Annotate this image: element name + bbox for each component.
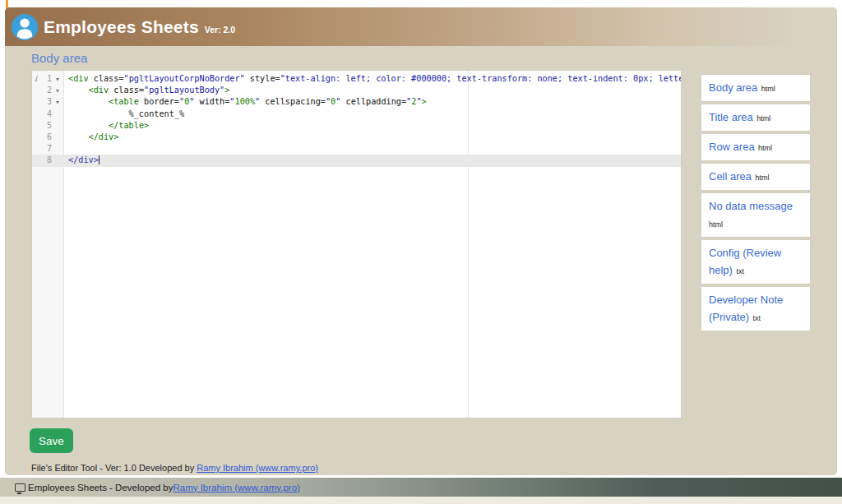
file-type-badge: txt — [753, 314, 761, 322]
fold-arrow-icon[interactable]: ▾ — [52, 96, 63, 108]
line-number: 1 — [39, 73, 52, 85]
code-text: <div class="pgltLayoutBody"> — [63, 85, 681, 96]
file-link[interactable]: Body area — [709, 81, 757, 94]
code-line-3[interactable]: 3▾ <table border="0" width="100%" cellsp… — [32, 96, 681, 108]
file-type-badge: html — [758, 144, 772, 152]
code-line-4[interactable]: 4 %_content_% — [32, 109, 681, 120]
file-type-badge: html — [755, 173, 769, 182]
fold-arrow-icon[interactable]: ▾ — [52, 73, 63, 85]
line-number: 2 — [39, 85, 52, 96]
bottom-bar-text: Employees Sheets - Developed by — [28, 483, 173, 492]
gutter-spacer — [32, 132, 39, 143]
file-list: Body area htmlTitle area htmlRow area ht… — [701, 74, 811, 333]
app-version: Ver: 2.0 — [205, 25, 235, 35]
gutter-spacer — [32, 109, 39, 120]
code-text: </table> — [63, 120, 681, 132]
fold-spacer — [52, 143, 63, 155]
fold-spacer — [52, 109, 63, 120]
code-text: <table border="0" width="100%" cellspaci… — [63, 96, 681, 108]
code-text: <div class="pgltLayoutCorpNoBorder" styl… — [63, 73, 682, 85]
text-cursor — [99, 155, 100, 164]
gutter-spacer — [32, 96, 39, 108]
code-line-8[interactable]: 8</div> — [32, 155, 681, 166]
file-item-no-data-message[interactable]: No data message html — [701, 192, 811, 238]
file-item-cell-area[interactable]: Cell area html — [701, 163, 811, 191]
file-link[interactable]: Cell area — [709, 170, 752, 183]
gutter-spacer — [32, 143, 39, 155]
file-type-badge: html — [709, 220, 723, 229]
file-item-config-review-help[interactable]: Config (Review help) txt — [701, 239, 811, 284]
fold-arrow-icon[interactable]: ▾ — [52, 85, 63, 96]
app-header: Employees Sheets Ver: 2.0 — [5, 7, 837, 46]
editor-file-label: Body area — [31, 51, 87, 65]
file-item-title-area[interactable]: Title area html — [701, 104, 811, 132]
app-window: Employees Sheets Ver: 2.0 Body area i1▾<… — [0, 0, 842, 504]
code-line-7[interactable]: 7 — [32, 143, 681, 155]
bottom-strip — [0, 497, 842, 504]
line-number: 5 — [39, 120, 52, 132]
code-line-6[interactable]: 6 </div> — [32, 132, 681, 143]
file-type-badge: html — [761, 85, 775, 93]
save-button[interactable]: Save — [30, 428, 73, 453]
code-lines: i1▾<div class="pgltLayoutCorpNoBorder" s… — [32, 71, 681, 167]
line-number: 6 — [39, 132, 52, 143]
tool-footer-text: File's Editor Tool - Ver: 1.0 Developed … — [31, 463, 197, 473]
line-number: 7 — [39, 143, 52, 155]
file-item-row-area[interactable]: Row area html — [701, 133, 811, 161]
fold-spacer — [52, 132, 63, 143]
file-link[interactable]: Config (Review help) — [709, 247, 781, 276]
file-type-badge: html — [756, 114, 770, 123]
line-number: 3 — [39, 96, 52, 108]
file-link[interactable]: Title area — [709, 111, 753, 123]
tool-footer-link[interactable]: Ramy Ibrahim (www.ramy.pro) — [197, 463, 318, 473]
code-text: %_content_% — [63, 109, 681, 120]
gutter-spacer — [32, 155, 39, 166]
user-avatar-icon — [12, 14, 38, 40]
file-link[interactable]: No data message — [709, 200, 793, 212]
tool-footer: File's Editor Tool - Ver: 1.0 Developed … — [31, 463, 318, 473]
code-text: </div> — [63, 132, 681, 143]
file-item-body-area[interactable]: Body area html — [701, 74, 811, 102]
code-line-1[interactable]: i1▾<div class="pgltLayoutCorpNoBorder" s… — [32, 73, 681, 85]
lint-info-icon: i — [32, 73, 39, 85]
line-number: 8 — [39, 155, 52, 166]
monitor-icon — [15, 483, 25, 492]
main-panel: Employees Sheets Ver: 2.0 Body area i1▾<… — [5, 7, 837, 475]
code-line-5[interactable]: 5 </table> — [32, 120, 681, 132]
file-link[interactable]: Row area — [709, 141, 755, 153]
bottom-bar-link[interactable]: Ramy Ibrahim (www.ramy.pro) — [173, 483, 299, 492]
gutter-spacer — [32, 85, 39, 96]
code-line-2[interactable]: 2▾ <div class="pgltLayoutBody"> — [32, 85, 681, 96]
file-item-developer-note-private[interactable]: Developer Note (Private) txt — [701, 286, 811, 331]
file-link[interactable]: Developer Note (Private) — [709, 294, 783, 323]
file-type-badge: txt — [736, 267, 744, 275]
fold-spacer — [52, 120, 63, 132]
code-editor[interactable]: i1▾<div class="pgltLayoutCorpNoBorder" s… — [31, 70, 682, 418]
gutter-spacer — [32, 120, 39, 132]
bottom-status-bar: Employees Sheets - Developed by Ramy Ibr… — [0, 478, 842, 497]
line-number: 4 — [39, 109, 52, 120]
fold-spacer — [52, 155, 63, 166]
app-title: Employees Sheets — [44, 17, 199, 37]
code-text — [63, 143, 681, 155]
code-text: </div> — [63, 155, 681, 166]
